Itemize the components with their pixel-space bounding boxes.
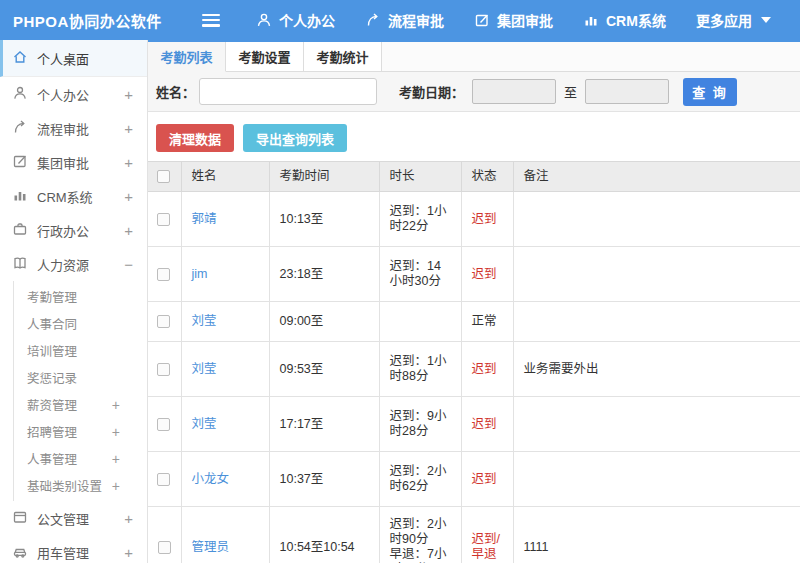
row-time: 17:17至 [269, 397, 379, 452]
row-remark [513, 397, 800, 452]
attendance-table: 姓名 考勤时间 时长 状态 备注 郭靖 10:13至 迟到：1小时22分 迟到 … [148, 161, 800, 563]
row-status: 迟到 [461, 452, 513, 507]
column-header-name: 姓名 [181, 162, 269, 192]
sidebar-item-admin-office[interactable]: 行政办公 + [0, 213, 147, 247]
tab-attendance-settings[interactable]: 考勤设置 [226, 42, 304, 71]
row-time: 10:54至10:54 [269, 507, 379, 563]
sidebar: 个人桌面 个人办公 + 流程审批 + 集团审批 + CRM系统 + 行政办公 + [0, 40, 148, 563]
date-to-input[interactable] [585, 79, 669, 104]
document-icon [12, 509, 28, 528]
row-name-link[interactable]: 管理员 [192, 540, 230, 554]
row-duration: 迟到：1小时22分 [379, 192, 461, 247]
expand-plus-icon[interactable]: + [124, 154, 133, 171]
row-name-link[interactable]: 刘莹 [192, 362, 217, 376]
expand-plus-icon[interactable]: + [124, 86, 133, 103]
sidebar-subitem-recruit-management[interactable]: 招聘管理 + [14, 418, 147, 445]
table-row: 刘莹 09:53至 迟到：1小时88分 迟到 业务需要外出 [148, 342, 800, 397]
collapse-minus-icon[interactable]: − [124, 256, 133, 273]
sidebar-subitem-reward-punishment[interactable]: 奖惩记录 [14, 364, 147, 391]
sidebar-subitem-attendance-management[interactable]: 考勤管理 [14, 283, 147, 310]
expand-plus-icon[interactable]: + [124, 544, 133, 561]
expand-plus-icon[interactable]: + [124, 510, 133, 527]
row-time: 10:13至 [269, 192, 379, 247]
column-header-time: 考勤时间 [269, 162, 379, 192]
row-duration: 迟到：14小时30分 [379, 247, 461, 302]
row-checkbox[interactable] [157, 315, 170, 328]
name-input[interactable] [199, 78, 377, 105]
expand-plus-icon[interactable]: + [112, 424, 120, 440]
row-name-link[interactable]: 刘莹 [192, 314, 217, 328]
person-icon [256, 12, 272, 28]
book-icon [12, 255, 28, 274]
name-label: 姓名： [156, 82, 195, 101]
briefcase-icon [12, 221, 28, 240]
main-content: 考勤列表 考勤设置 考勤统计 姓名： 考勤日期： 至 查 询 清理数据 导出查询… [148, 40, 800, 563]
sidebar-subitem-personnel-management[interactable]: 人事管理 + [14, 445, 147, 472]
row-time: 10:37至 [269, 452, 379, 507]
row-checkbox[interactable] [157, 268, 170, 281]
top-nav-item-process-approval[interactable]: 流程审批 [365, 10, 444, 30]
select-all-checkbox[interactable] [157, 170, 170, 183]
row-status: 迟到/早退 [461, 507, 513, 563]
top-nav: 个人办公 流程审批 集团审批 CRM系统 更多应用 [256, 10, 771, 30]
process-icon [365, 12, 381, 28]
column-header-duration: 时长 [379, 162, 461, 192]
app-window: PHPOA协同办公软件 个人办公 流程审批 集团审批 CRM系统 更多应用 [0, 0, 800, 563]
date-range-group: 考勤日期： 至 [399, 79, 669, 104]
sidebar-subitem-base-category-settings[interactable]: 基础类别设置 + [14, 472, 147, 499]
sidebar-item-vehicle-management[interactable]: 用车管理 + [0, 535, 147, 563]
tab-attendance-statistics[interactable]: 考勤统计 [304, 42, 382, 71]
sidebar-item-process-approval[interactable]: 流程审批 + [0, 111, 147, 145]
expand-plus-icon[interactable]: + [124, 120, 133, 137]
row-time: 09:00至 [269, 302, 379, 342]
sidebar-item-personal-office[interactable]: 个人办公 + [0, 77, 147, 111]
row-name-link[interactable]: 刘莹 [192, 417, 217, 431]
row-remark [513, 192, 800, 247]
clean-data-button[interactable]: 清理数据 [156, 124, 234, 152]
tab-attendance-list[interactable]: 考勤列表 [148, 42, 226, 72]
row-checkbox[interactable] [157, 418, 170, 431]
expand-plus-icon[interactable]: + [112, 451, 120, 467]
process-icon [12, 119, 28, 138]
hamburger-menu-icon[interactable] [202, 14, 220, 27]
top-header: PHPOA协同办公软件 个人办公 流程审批 集团审批 CRM系统 更多应用 [0, 0, 800, 40]
export-list-button[interactable]: 导出查询列表 [243, 124, 347, 152]
sidebar-item-human-resources[interactable]: 人力资源 − [0, 247, 147, 281]
table-row: 刘莹 17:17至 迟到：9小时28分 迟到 [148, 397, 800, 452]
row-duration: 迟到：9小时28分 [379, 397, 461, 452]
sidebar-item-crm[interactable]: CRM系统 + [0, 179, 147, 213]
row-checkbox[interactable] [157, 473, 170, 486]
toolbar: 清理数据 导出查询列表 [148, 112, 800, 161]
expand-plus-icon[interactable]: + [124, 222, 133, 239]
sidebar-item-personal-desktop[interactable]: 个人桌面 [0, 40, 147, 77]
row-checkbox[interactable] [157, 363, 170, 376]
row-duration [379, 302, 461, 342]
row-name-link[interactable]: jim [192, 267, 208, 281]
expand-plus-icon[interactable]: + [112, 397, 120, 413]
row-checkbox[interactable] [157, 213, 170, 226]
sidebar-subitem-hr-contract[interactable]: 人事合同 [14, 310, 147, 337]
row-checkbox[interactable] [158, 541, 171, 554]
date-from-input[interactable] [472, 79, 556, 104]
expand-plus-icon[interactable]: + [124, 188, 133, 205]
table-row: jim 23:18至 迟到：14小时30分 迟到 [148, 247, 800, 302]
row-name-link[interactable]: 小龙女 [192, 472, 230, 486]
search-button[interactable]: 查 询 [683, 78, 737, 106]
top-nav-item-group-approval[interactable]: 集团审批 [474, 10, 553, 30]
top-nav-item-personal-office[interactable]: 个人办公 [256, 10, 335, 30]
chart-icon [583, 12, 599, 28]
top-nav-item-more-apps[interactable]: 更多应用 [696, 10, 771, 30]
sidebar-item-group-approval[interactable]: 集团审批 + [0, 145, 147, 179]
sidebar-subitem-training-management[interactable]: 培训管理 [14, 337, 147, 364]
tab-bar: 考勤列表 考勤设置 考勤统计 [148, 42, 800, 72]
row-name-link[interactable]: 郭靖 [192, 212, 217, 226]
date-to-label: 至 [564, 82, 577, 101]
expand-plus-icon[interactable]: + [112, 478, 120, 494]
table-row: 小龙女 10:37至 迟到：2小时62分 迟到 [148, 452, 800, 507]
top-nav-item-crm[interactable]: CRM系统 [583, 10, 666, 30]
sidebar-subitem-salary-management[interactable]: 薪资管理 + [14, 391, 147, 418]
edit-icon [12, 153, 28, 172]
sidebar-item-document-management[interactable]: 公文管理 + [0, 501, 147, 535]
table-row: 郭靖 10:13至 迟到：1小时22分 迟到 [148, 192, 800, 247]
row-time: 23:18至 [269, 247, 379, 302]
